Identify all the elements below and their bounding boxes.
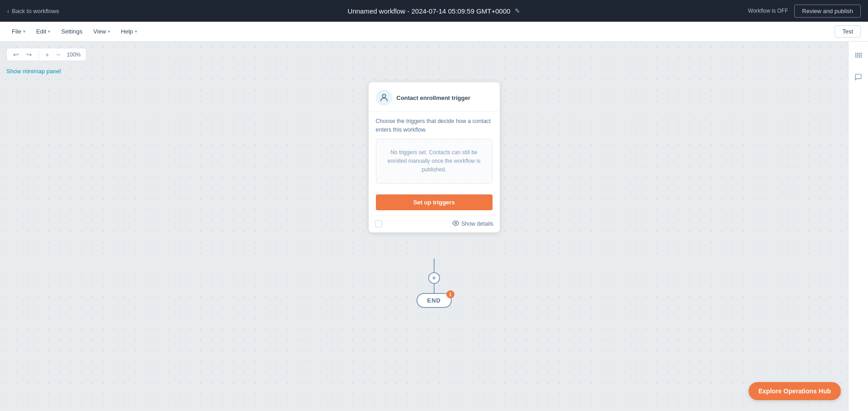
add-step-button[interactable]: + (428, 272, 440, 284)
svg-point-9 (860, 55, 862, 56)
file-menu[interactable]: File ▾ (7, 24, 30, 38)
eye-icon (452, 220, 459, 228)
review-publish-button[interactable]: Review and publish (794, 5, 861, 18)
empty-trigger-text: No triggers set. Contacts can still be e… (388, 149, 480, 173)
edit-menu[interactable]: Edit ▾ (32, 24, 55, 38)
chat-button[interactable] (851, 70, 866, 84)
view-menu[interactable]: View ▾ (89, 24, 114, 38)
zoom-out-button[interactable]: − (54, 50, 63, 59)
svg-point-12 (859, 57, 860, 58)
svg-point-0 (382, 94, 385, 98)
svg-point-4 (859, 53, 860, 54)
help-menu-chevron: ▾ (135, 29, 137, 34)
connector-area: + END 1 (416, 259, 451, 308)
canvas-toolbar: ↩ ↪ + − 100% (6, 48, 86, 61)
undo-button[interactable]: ↩ (10, 50, 22, 59)
svg-point-8 (859, 55, 860, 56)
svg-point-7 (857, 55, 858, 56)
view-menu-chevron: ▾ (108, 29, 110, 34)
grid-dots-button[interactable] (851, 49, 866, 63)
test-button[interactable]: Test (835, 25, 861, 38)
end-label: END (427, 297, 441, 304)
show-details-link[interactable]: Show details (452, 220, 493, 228)
settings-menu[interactable]: Settings (57, 24, 87, 38)
svg-point-5 (860, 53, 862, 54)
edit-title-icon[interactable]: ✎ (515, 7, 520, 14)
show-minimap-link[interactable]: Show minimap panel (6, 68, 61, 75)
connector-line-top (433, 259, 434, 272)
svg-point-3 (857, 53, 858, 54)
card-title: Contact enrollment trigger (397, 94, 470, 101)
edit-menu-chevron: ▾ (48, 29, 50, 34)
help-menu[interactable]: Help ▾ (116, 24, 142, 38)
svg-point-11 (857, 57, 858, 58)
connector-line-bottom (433, 284, 434, 293)
zoom-level: 100% (65, 52, 83, 58)
back-to-workflows-link[interactable]: ‹ Back to workflows (7, 8, 59, 14)
card-footer: Show details (369, 216, 500, 232)
workflow-title-area: Unnamed workflow - 2024-07-14 05:09:59 G… (348, 7, 521, 15)
redo-button[interactable]: ↪ (24, 50, 35, 59)
svg-point-1 (455, 222, 456, 224)
workflow-canvas: ↩ ↪ + − 100% Show minimap panel Contact … (0, 42, 868, 411)
end-node[interactable]: END 1 (416, 293, 451, 308)
end-badge: 1 (446, 290, 455, 298)
enrollment-trigger-card: Contact enrollment trigger Choose the tr… (369, 82, 500, 232)
explore-operations-hub-button[interactable]: Explore Operations Hub (749, 382, 841, 400)
svg-point-6 (855, 55, 856, 56)
right-sidebar (848, 42, 868, 411)
card-description: Choose the triggers that decide how a co… (376, 117, 493, 134)
svg-point-2 (855, 53, 856, 54)
chevron-left-icon: ‹ (7, 8, 9, 14)
contact-enrollment-icon (376, 90, 392, 106)
show-details-text: Show details (461, 221, 493, 227)
card-header: Contact enrollment trigger (369, 82, 500, 112)
svg-point-13 (860, 57, 862, 58)
top-navigation: ‹ Back to workflows Unnamed workflow - 2… (0, 0, 868, 22)
card-footer-checkbox[interactable] (375, 220, 382, 227)
workflow-status: Workflow is OFF (748, 8, 788, 14)
file-menu-chevron: ▾ (23, 29, 25, 34)
top-nav-right: Workflow is OFF Review and publish (748, 5, 861, 18)
zoom-in-button[interactable]: + (43, 50, 52, 59)
toolbar-divider (38, 51, 39, 59)
empty-trigger-box: No triggers set. Contacts can still be e… (376, 139, 493, 184)
card-body: Choose the triggers that decide how a co… (369, 112, 500, 189)
workflow-title: Unnamed workflow - 2024-07-14 05:09:59 G… (348, 7, 511, 15)
setup-triggers-button[interactable]: Set up triggers (376, 194, 493, 210)
secondary-navigation: File ▾ Edit ▾ Settings View ▾ Help ▾ Tes… (0, 22, 868, 42)
svg-point-10 (855, 57, 856, 58)
